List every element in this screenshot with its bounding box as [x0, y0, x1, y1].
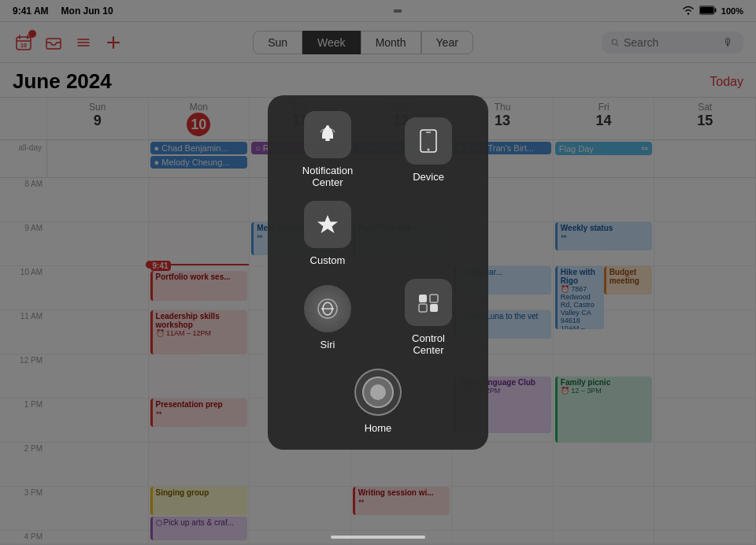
home-indicator [331, 536, 425, 539]
popup-notification-center[interactable]: NotificationCenter [284, 111, 372, 188]
popup-empty [384, 201, 472, 266]
notification-center-icon [304, 111, 351, 158]
popup-home[interactable]: Home [354, 369, 402, 434]
svg-rect-28 [419, 304, 427, 312]
home-label: Home [365, 422, 392, 434]
svg-rect-26 [419, 295, 427, 302]
popup-home-row: Home [284, 369, 472, 434]
notification-center-label: NotificationCenter [302, 165, 353, 188]
device-label: Device [413, 171, 444, 183]
assistive-touch-overlay[interactable]: NotificationCenter Device Custom [0, 0, 756, 545]
control-center-icon [405, 279, 452, 326]
svg-rect-17 [325, 139, 330, 141]
siri-label: Siri [321, 339, 335, 350]
assistive-touch-menu: NotificationCenter Device Custom [268, 95, 488, 450]
popup-control-center[interactable]: ControlCenter [384, 279, 472, 356]
siri-icon [304, 285, 351, 332]
control-center-label: ControlCenter [412, 332, 445, 356]
popup-custom[interactable]: Custom [284, 201, 372, 266]
svg-rect-29 [430, 304, 438, 312]
device-icon [405, 117, 452, 165]
custom-icon [304, 201, 351, 248]
svg-point-21 [428, 148, 430, 150]
popup-siri[interactable]: Siri [284, 279, 372, 356]
custom-label: Custom [310, 254, 346, 266]
home-icon [354, 369, 402, 416]
svg-rect-27 [430, 295, 438, 302]
popup-device[interactable]: Device [384, 111, 472, 188]
svg-point-18 [326, 125, 329, 128]
svg-marker-22 [317, 215, 338, 233]
